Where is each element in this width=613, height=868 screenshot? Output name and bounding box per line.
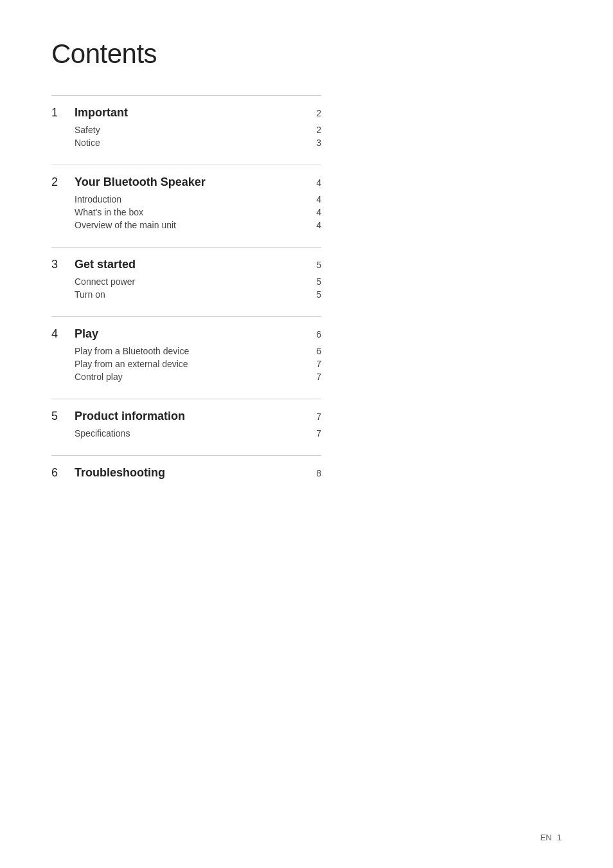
sub-item-4-2: Control play7 bbox=[75, 370, 321, 383]
sub-item-page-3-1: 5 bbox=[308, 289, 321, 300]
toc-table: 1Important2Safety2Notice32Your Bluetooth… bbox=[51, 95, 321, 496]
sub-item-label-3-1: Turn on bbox=[75, 289, 105, 300]
sub-item-label-1-0: Safety bbox=[75, 125, 100, 135]
section-title-2: Your Bluetooth Speaker bbox=[75, 176, 308, 189]
section-number-5: 5 bbox=[51, 410, 67, 423]
sub-item-label-3-0: Connect power bbox=[75, 276, 135, 287]
section-header-5: 5Product information7 bbox=[51, 410, 321, 423]
footer-lang: EN bbox=[540, 833, 552, 842]
sub-item-page-2-1: 4 bbox=[308, 207, 321, 217]
section-number-2: 2 bbox=[51, 176, 67, 189]
section-page-5: 7 bbox=[308, 411, 321, 422]
section-subitems-2: Introduction4What's in the box4Overview … bbox=[51, 193, 321, 234]
toc-section-4: 4Play6Play from a Bluetooth device6Play … bbox=[51, 316, 321, 399]
sub-item-page-1-0: 2 bbox=[308, 125, 321, 135]
page-footer: EN 1 bbox=[540, 833, 562, 842]
section-subitems-1: Safety2Notice3 bbox=[51, 123, 321, 152]
section-title-5: Product information bbox=[75, 410, 308, 423]
section-number-6: 6 bbox=[51, 466, 67, 480]
section-number-3: 3 bbox=[51, 258, 67, 271]
sub-item-4-1: Play from an external device7 bbox=[75, 357, 321, 370]
section-page-3: 5 bbox=[308, 260, 321, 270]
sub-item-page-3-0: 5 bbox=[308, 276, 321, 287]
sub-item-label-4-2: Control play bbox=[75, 372, 123, 382]
section-page-2: 4 bbox=[308, 177, 321, 188]
sub-item-page-4-1: 7 bbox=[308, 359, 321, 369]
section-header-1: 1Important2 bbox=[51, 106, 321, 120]
sub-item-page-2-2: 4 bbox=[308, 220, 321, 230]
section-subitems-3: Connect power5Turn on5 bbox=[51, 275, 321, 303]
toc-section-6: 6Troubleshooting8 bbox=[51, 455, 321, 496]
section-page-4: 6 bbox=[308, 329, 321, 339]
section-title-6: Troubleshooting bbox=[75, 466, 308, 480]
sub-item-5-0: Specifications7 bbox=[75, 427, 321, 440]
section-title-4: Play bbox=[75, 327, 308, 341]
sub-item-2-2: Overview of the main unit4 bbox=[75, 219, 321, 231]
section-title-3: Get started bbox=[75, 258, 308, 271]
sub-item-2-0: Introduction4 bbox=[75, 193, 321, 206]
toc-section-5: 5Product information7Specifications7 bbox=[51, 399, 321, 455]
toc-section-3: 3Get started5Connect power5Turn on5 bbox=[51, 247, 321, 316]
sub-item-page-1-1: 3 bbox=[308, 138, 321, 148]
sub-item-label-2-2: Overview of the main unit bbox=[75, 220, 176, 230]
sub-item-3-1: Turn on5 bbox=[75, 288, 321, 301]
sub-item-page-5-0: 7 bbox=[308, 428, 321, 439]
sub-item-3-0: Connect power5 bbox=[75, 275, 321, 288]
sub-item-page-4-2: 7 bbox=[308, 372, 321, 382]
sub-item-1-1: Notice3 bbox=[75, 136, 321, 149]
section-subitems-5: Specifications7 bbox=[51, 427, 321, 442]
sub-item-label-2-1: What's in the box bbox=[75, 207, 143, 217]
sub-item-2-1: What's in the box4 bbox=[75, 206, 321, 219]
toc-section-2: 2Your Bluetooth Speaker4Introduction4Wha… bbox=[51, 165, 321, 247]
section-page-1: 2 bbox=[308, 108, 321, 118]
sub-item-page-4-0: 6 bbox=[308, 346, 321, 356]
section-number-1: 1 bbox=[51, 106, 67, 120]
toc-section-1: 1Important2Safety2Notice3 bbox=[51, 95, 321, 165]
section-header-3: 3Get started5 bbox=[51, 258, 321, 271]
sub-item-label-4-1: Play from an external device bbox=[75, 359, 188, 369]
section-page-6: 8 bbox=[308, 468, 321, 478]
sub-item-label-1-1: Notice bbox=[75, 138, 100, 148]
section-header-6: 6Troubleshooting8 bbox=[51, 466, 321, 480]
sub-item-1-0: Safety2 bbox=[75, 123, 321, 136]
sub-item-label-4-0: Play from a Bluetooth device bbox=[75, 346, 189, 356]
sub-item-label-2-0: Introduction bbox=[75, 194, 121, 204]
page-title: Contents bbox=[51, 39, 562, 69]
footer-page: 1 bbox=[557, 833, 562, 842]
sub-item-label-5-0: Specifications bbox=[75, 428, 130, 439]
section-header-2: 2Your Bluetooth Speaker4 bbox=[51, 176, 321, 189]
section-number-4: 4 bbox=[51, 327, 67, 341]
section-title-1: Important bbox=[75, 106, 308, 120]
sub-item-4-0: Play from a Bluetooth device6 bbox=[75, 345, 321, 357]
sub-item-page-2-0: 4 bbox=[308, 194, 321, 204]
page: Contents 1Important2Safety2Notice32Your … bbox=[0, 0, 613, 868]
section-subitems-4: Play from a Bluetooth device6Play from a… bbox=[51, 345, 321, 386]
section-header-4: 4Play6 bbox=[51, 327, 321, 341]
